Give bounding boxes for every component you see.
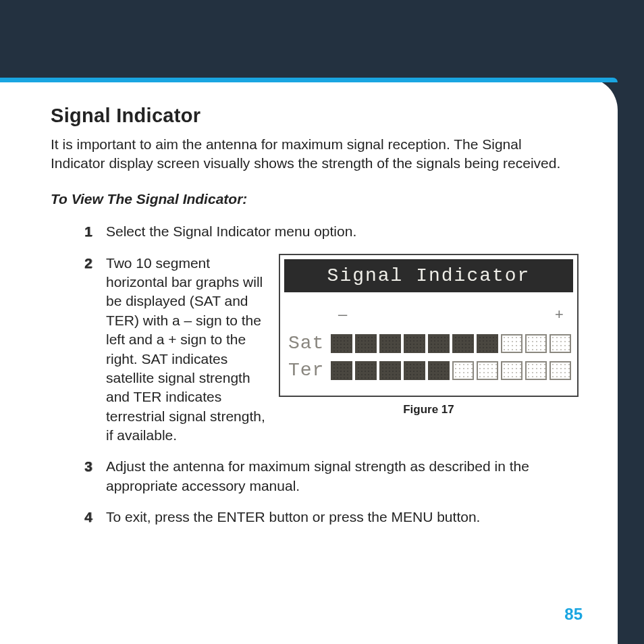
lcd-scale: — + [288,303,569,330]
intro-paragraph: It is important to aim the antenna for m… [51,135,570,172]
bar-segment [477,334,498,353]
bar-segment [355,334,377,353]
lcd-row-ter: Ter [288,358,569,383]
bar-segment [355,361,377,380]
bar-segment [331,361,352,380]
step-1: 1 Select the Signal Indicator menu optio… [84,222,570,241]
bar-segment [549,361,571,380]
step-number: 1 [84,222,92,241]
step-3: 3 Adjust the antenna for maximum signal … [84,457,570,495]
bar-segment [379,361,401,380]
plus-icon: + [555,306,564,326]
bar-segment [404,334,425,353]
bar-segment [428,334,450,353]
bar-segment [331,334,352,353]
bar-segment [525,334,547,353]
bar-segment [477,361,498,380]
page-content: Signal Indicator It is important to aim … [0,78,618,527]
step-text: Select the Signal Indicator menu option. [106,223,356,239]
lcd-body: — + Sat Ter [280,296,577,396]
bar-segment [452,334,474,353]
step-text: To exit, press the ENTER button or press… [106,509,480,525]
step-number: 2 [84,254,92,273]
figure-caption: Figure 17 [279,402,579,418]
bar-segment [404,361,425,380]
page-number: 85 [564,605,583,624]
step-number: 3 [84,457,92,476]
bar-segment [379,334,401,353]
minus-icon: — [338,306,347,326]
bar-segment [525,361,547,380]
step-text: Two 10 segment horizontal bar graphs wil… [106,254,267,445]
steps-list: 1 Select the Signal Indicator menu optio… [51,222,570,527]
bar-segment [501,361,522,380]
step-2: 2 Two 10 segment horizontal bar graphs w… [84,254,570,445]
ter-label: Ter [288,358,324,383]
figure-17-wrap: Signal Indicator — + Sat [279,254,579,418]
bar-segment [549,334,571,353]
lcd-row-sat: Sat [288,331,569,356]
lcd-display: Signal Indicator — + Sat [279,254,579,397]
section-subhead: To View The Signal Indicator: [51,191,570,207]
bar-segment [452,361,474,380]
bar-segment [428,361,450,380]
bar-segment [501,334,522,353]
sat-label: Sat [288,331,324,356]
step-4: 4 To exit, press the ENTER button or pre… [84,508,570,527]
page-title: Signal Indicator [51,105,570,127]
manual-page: Signal Indicator It is important to aim … [0,78,618,644]
sat-bar [331,334,571,353]
ter-bar [331,361,571,380]
step-text: Adjust the antenna for maximum signal st… [106,458,529,493]
step-number: 4 [84,508,92,527]
lcd-title: Signal Indicator [284,259,573,292]
